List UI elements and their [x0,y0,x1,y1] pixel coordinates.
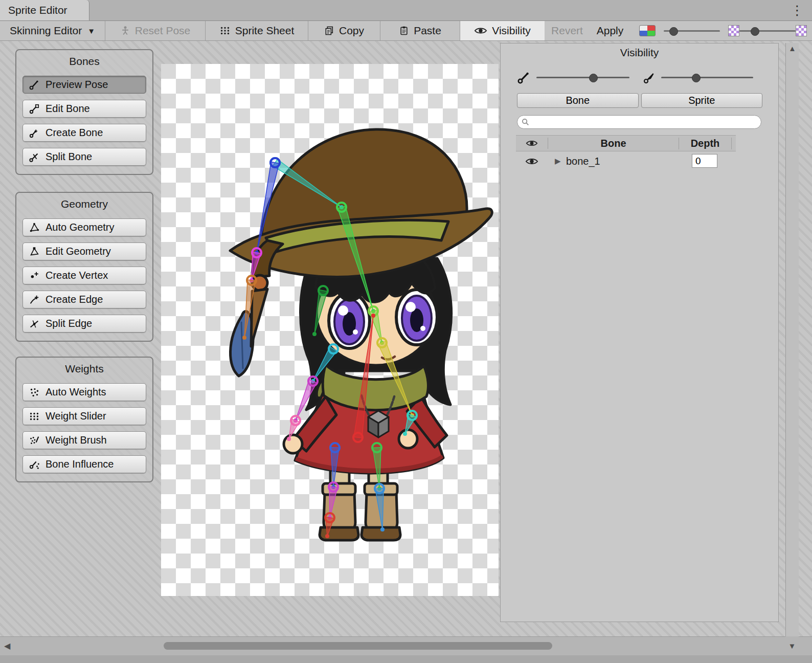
sprite-gizmo-slider[interactable] [661,68,753,86]
alpha-slider-knob[interactable] [751,27,759,36]
zoom-slider[interactable] [664,21,720,40]
copy-button[interactable]: Copy [308,21,380,40]
create-bone-label: Create Bone [46,127,103,139]
depth-input[interactable] [692,154,717,168]
weight-brush-button[interactable]: Weight Brush [22,431,146,449]
revert-button[interactable]: Revert [545,21,590,40]
weights-panel: Weights Auto Weights Weight Slider Weigh… [15,357,153,482]
bone-influence-button[interactable]: Bone Influence [22,455,146,473]
weight-brush-icon [28,435,40,446]
apply-button[interactable]: Apply [590,21,630,40]
weight-brush-label: Weight Brush [46,434,107,446]
sprite-gizmo-slider-track [661,77,753,78]
preview-pose-icon [28,79,40,91]
auto-weights-label: Auto Weights [46,386,106,398]
preview-pose-label: Preview Pose [46,79,108,91]
scroll-down-arrow-icon[interactable]: ▼ [785,636,799,655]
sprite-editor-window: Sprite Editor ⋮ Skinning Editor ▼ Reset … [0,0,812,663]
sprite-sheet-label: Sprite Sheet [235,25,295,37]
visibility-button[interactable]: Visibility [460,21,545,40]
reset-pose-label: Reset Pose [135,25,191,37]
tab-title: Sprite Editor [8,4,67,16]
geometry-panel-title: Geometry [16,198,152,210]
horizontal-scroll-thumb[interactable] [164,642,552,650]
create-edge-label: Create Edge [46,294,103,305]
scroll-up-arrow-icon[interactable]: ▲ [786,44,799,53]
auto-weights-button[interactable]: Auto Weights [22,383,146,401]
zoom-slider-knob[interactable] [669,27,678,36]
create-bone-button[interactable]: Create Bone [22,124,146,142]
create-bone-icon [28,127,40,139]
kebab-menu-icon[interactable]: ⋮ [791,1,804,19]
copy-label: Copy [339,25,364,37]
tab-sprite-editor[interactable]: Sprite Editor [0,0,89,20]
bones-panel-title: Bones [16,55,152,68]
edit-geometry-label: Edit Geometry [46,246,111,257]
edit-bone-button[interactable]: Edit Bone [22,100,146,118]
weights-panel-title: Weights [16,363,152,375]
alpha-checker-start-icon [728,25,739,36]
visibility-label: Visibility [492,25,530,37]
weight-slider-button[interactable]: Weight Slider [22,407,146,425]
bone-row[interactable]: ▶ bone_1 [516,152,761,170]
weight-slider-label: Weight Slider [46,410,106,422]
edit-bone-icon [28,103,40,115]
auto-weights-icon [28,387,40,398]
weight-slider-icon [28,411,40,422]
tab-bone[interactable]: Bone [517,93,639,108]
bone-gizmo-slider-knob[interactable] [589,74,598,82]
create-vertex-button[interactable]: Create Vertex [22,267,146,284]
sprite-gizmo-slider-knob[interactable] [692,74,701,82]
auto-geometry-button[interactable]: Auto Geometry [22,218,146,236]
bone-visibility-toggle-eye-icon[interactable] [516,157,548,166]
column-header-depth: Depth [679,138,732,149]
bone-table-header: Bone Depth [516,135,736,151]
skinning-editor-dropdown[interactable]: Skinning Editor ▼ [0,21,105,40]
copy-icon [324,25,334,36]
character-sprite [161,64,499,596]
sprite-gizmo-icon [643,71,656,87]
search-input[interactable] [532,116,761,128]
bone-influence-label: Bone Influence [46,458,114,470]
eye-icon [474,26,487,35]
revert-label: Revert [551,25,583,37]
edit-geometry-button[interactable]: Edit Geometry [22,242,146,260]
paste-label: Paste [414,25,441,37]
split-bone-label: Split Bone [46,151,92,163]
vertical-scrollbar[interactable]: ▲ [785,43,799,636]
paste-icon [399,25,409,36]
visibility-panel: Visibility Bone Sprite [500,43,779,622]
reset-pose-icon [120,25,130,36]
rgb-channel-swatch[interactable] [639,25,656,36]
visibility-column-eye-icon [516,138,548,149]
bone-influence-icon [28,459,40,470]
split-edge-icon [28,318,40,329]
create-vertex-label: Create Vertex [46,270,108,281]
tab-sprite[interactable]: Sprite [641,93,763,108]
horizontal-scrollbar[interactable]: ◀ [0,636,812,655]
sprite-sheet-button[interactable]: Sprite Sheet [206,21,308,40]
split-bone-button[interactable]: Split Bone [22,148,146,166]
paste-button[interactable]: Paste [380,21,460,40]
expander-triangle-icon[interactable]: ▶ [555,157,566,166]
visibility-panel-title: Visibility [501,43,778,59]
chevron-down-icon: ▼ [87,27,95,35]
gizmo-sliders [501,68,778,86]
window-bottom-edge [0,655,812,663]
reset-pose-button[interactable]: Reset Pose [105,21,205,40]
split-edge-button[interactable]: Split Edge [22,315,146,333]
bone-gizmo-slider[interactable] [536,68,629,86]
split-edge-label: Split Edge [46,318,92,329]
window-tab-bar: Sprite Editor ⋮ [0,0,812,21]
search-field[interactable] [517,115,761,129]
sprite-canvas[interactable] [161,64,499,596]
bones-panel: Bones Preview Pose Edit Bone Create Bone… [15,49,153,175]
mode-label: Skinning Editor [10,25,82,37]
preview-pose-button[interactable]: Preview Pose [22,76,146,94]
create-edge-button[interactable]: Create Edge [22,291,146,308]
auto-geometry-label: Auto Geometry [46,222,115,233]
scroll-left-arrow-icon[interactable]: ◀ [4,641,10,651]
alpha-slider-track [739,30,796,32]
alpha-slider[interactable] [739,21,796,40]
sprite-sheet-icon [219,25,231,36]
